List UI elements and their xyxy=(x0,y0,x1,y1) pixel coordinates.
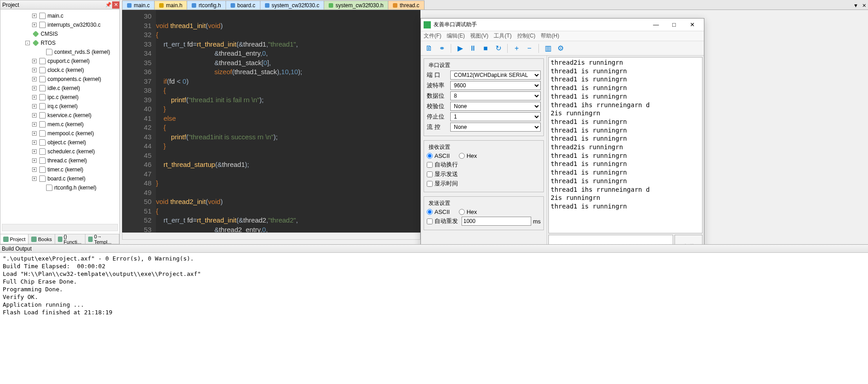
editor-tab[interactable]: board.c xyxy=(226,0,260,9)
expand-icon[interactable]: + xyxy=(32,86,37,90)
gear-icon[interactable]: ⚙ xyxy=(555,43,566,54)
tree-item[interactable]: context_rvds.S (kernel) xyxy=(0,47,119,57)
tree-item-label[interactable]: irq.c (kernel) xyxy=(47,103,78,109)
tree-item[interactable]: +main.c xyxy=(0,11,119,20)
expand-icon[interactable]: + xyxy=(32,167,37,172)
tree-item[interactable]: +clock.c (kernel) xyxy=(0,66,119,75)
tree-item[interactable]: +interrupts_cw32f030.c xyxy=(0,20,119,29)
tree-item-label[interactable]: context_rvds.S (kernel) xyxy=(54,49,110,55)
showsend-checkbox[interactable] xyxy=(427,171,433,177)
menu-item[interactable]: 工具(T) xyxy=(494,32,511,40)
port-select[interactable]: COM12(WCHDapLink SERIAL xyxy=(450,71,541,80)
tree-item[interactable]: +cpuport.c (kernel) xyxy=(0,57,119,66)
recv-ascii-radio[interactable] xyxy=(427,153,433,159)
tree-item-label[interactable]: thread.c (kernel) xyxy=(47,157,87,164)
tree-item[interactable]: +board.c (kernel) xyxy=(0,174,119,183)
expand-icon[interactable]: + xyxy=(32,158,37,163)
databits-select[interactable]: 8 xyxy=(450,91,541,100)
pause-icon[interactable]: ⏸ xyxy=(467,43,478,54)
expand-icon[interactable]: + xyxy=(32,95,37,100)
tree-item[interactable]: +thread.c (kernel) xyxy=(0,156,119,165)
tree-item-label[interactable]: main.c xyxy=(47,13,63,19)
tree-item[interactable]: rtconfig.h (kernel) xyxy=(0,183,119,192)
flow-select[interactable]: None xyxy=(450,123,541,132)
baud-select[interactable]: 9600 xyxy=(450,81,541,90)
expand-icon[interactable]: + xyxy=(32,77,37,81)
expand-icon[interactable]: + xyxy=(32,59,37,63)
tree-item-label[interactable]: mem.c (kernel) xyxy=(47,121,84,128)
serial-output[interactable]: thread2is runningrn thread1 is runningrn… xyxy=(548,57,703,233)
project-tab[interactable]: Project xyxy=(0,234,28,244)
tree-item-label[interactable]: timer.c (kernel) xyxy=(47,166,83,173)
expand-icon[interactable]: + xyxy=(32,14,37,18)
tree-item[interactable]: +mem.c (kernel) xyxy=(0,120,119,129)
menu-item[interactable]: 编辑(E) xyxy=(447,32,465,40)
record-icon[interactable]: ⚭ xyxy=(436,43,447,54)
expand-icon[interactable]: + xyxy=(32,113,37,118)
tree-item[interactable]: CMSIS xyxy=(0,29,119,38)
plus-icon[interactable]: + xyxy=(511,43,522,54)
expand-icon[interactable]: + xyxy=(32,23,37,27)
editor-tab[interactable]: main.c xyxy=(122,0,155,9)
tree-item[interactable]: +components.c (kernel) xyxy=(0,75,119,84)
layout-icon[interactable]: ▥ xyxy=(542,43,553,54)
close-button[interactable]: ✕ xyxy=(683,19,701,30)
tree-item-label[interactable]: scheduler.c (kernel) xyxy=(47,148,95,155)
tree-item-label[interactable]: interrupts_cw32f030.c xyxy=(47,22,100,28)
tree-item-label[interactable]: object.c (kernel) xyxy=(47,139,86,146)
editor-hscroll[interactable] xyxy=(122,232,420,240)
expand-icon[interactable]: + xyxy=(32,149,37,154)
parity-select[interactable]: None xyxy=(450,102,541,111)
project-tab[interactable]: {} Functi... xyxy=(55,234,85,244)
maximize-button[interactable]: □ xyxy=(665,19,683,30)
editor-tab[interactable]: main.h xyxy=(154,0,187,9)
project-tab[interactable]: 0→ Templ... xyxy=(85,234,119,244)
tree-item-label[interactable]: idle.c (kernel) xyxy=(47,85,80,91)
tree-item-label[interactable]: clock.c (kernel) xyxy=(47,67,84,73)
project-hscroll[interactable] xyxy=(2,224,118,231)
menu-item[interactable]: 控制(C) xyxy=(517,32,536,40)
tab-close-icon[interactable]: ✕ xyxy=(860,1,868,9)
tree-item[interactable]: +timer.c (kernel) xyxy=(0,165,119,174)
send-ascii-radio[interactable] xyxy=(427,209,433,215)
tab-dropdown-icon[interactable]: ▼ xyxy=(852,1,860,9)
play-icon[interactable]: ▶ xyxy=(455,43,466,54)
expand-icon[interactable]: + xyxy=(32,68,37,72)
project-tab[interactable]: Books xyxy=(28,234,55,244)
tree-item[interactable]: +object.c (kernel) xyxy=(0,138,119,147)
autoresend-checkbox[interactable] xyxy=(427,218,433,224)
tree-item[interactable]: +mempool.c (kernel) xyxy=(0,129,119,138)
refresh-icon[interactable]: ↻ xyxy=(493,43,504,54)
tree-item-label[interactable]: CMSIS xyxy=(41,31,58,37)
expand-icon[interactable]: - xyxy=(25,41,30,45)
editor-tab[interactable]: thread.c xyxy=(388,0,424,9)
close-icon[interactable]: ✕ xyxy=(112,1,119,9)
send-hex-radio[interactable] xyxy=(459,209,465,215)
tree-item-label[interactable]: board.c (kernel) xyxy=(47,175,85,182)
pin-icon[interactable]: 📌 xyxy=(105,1,112,9)
tree-item[interactable]: +scheduler.c (kernel) xyxy=(0,147,119,156)
code-area[interactable]: void thread1_init(void){ rt_err_t fd=rt_… xyxy=(156,10,420,237)
minimize-button[interactable]: — xyxy=(647,19,665,30)
tree-item-label[interactable]: mempool.c (kernel) xyxy=(47,130,94,137)
editor-tab[interactable]: system_cw32f030.c xyxy=(260,0,324,9)
tree-item[interactable]: +ipc.c (kernel) xyxy=(0,93,119,102)
expand-icon[interactable]: + xyxy=(32,122,37,127)
expand-icon[interactable]: + xyxy=(32,140,37,145)
recv-hex-radio[interactable] xyxy=(459,153,465,159)
autowrap-checkbox[interactable] xyxy=(427,162,433,168)
tree-item-label[interactable]: RTOS xyxy=(41,40,56,46)
expand-icon[interactable]: + xyxy=(32,104,37,109)
tree-item[interactable]: +irq.c (kernel) xyxy=(0,102,119,111)
stop-icon[interactable]: ■ xyxy=(480,43,491,54)
editor-tab[interactable]: system_cw32f030.h xyxy=(324,0,388,9)
menu-item[interactable]: 帮助(H) xyxy=(541,32,559,40)
tree-item[interactable]: -RTOS xyxy=(0,38,119,47)
tree-item-label[interactable]: ipc.c (kernel) xyxy=(47,94,79,100)
tree-item-label[interactable]: kservice.c (kernel) xyxy=(47,112,91,119)
tree-item[interactable]: +kservice.c (kernel) xyxy=(0,111,119,120)
code-editor[interactable]: 3031323334353637383940414243444546474849… xyxy=(122,10,420,237)
menu-item[interactable]: 文件(F) xyxy=(424,32,441,40)
tree-item-label[interactable]: components.c (kernel) xyxy=(47,76,101,82)
expand-icon[interactable]: + xyxy=(32,176,37,181)
